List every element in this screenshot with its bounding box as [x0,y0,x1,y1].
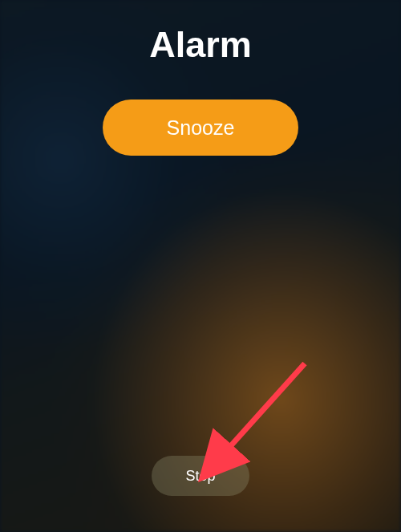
snooze-button[interactable]: Snooze [103,99,298,156]
alarm-title: Alarm [149,24,252,66]
alarm-screen: Alarm Snooze Stop [0,0,401,532]
stop-button[interactable]: Stop [152,456,249,496]
snooze-button-label: Snooze [167,116,235,140]
stop-button-label: Stop [185,468,215,485]
